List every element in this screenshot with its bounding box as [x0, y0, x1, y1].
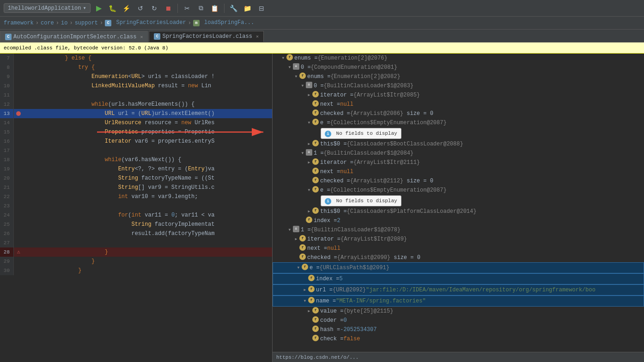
breakpoint-13 [16, 111, 21, 116]
line-num-22: 22 [0, 192, 14, 201]
tree-item-1-2078[interactable]: ≡ 1 = {BuiltinClassLoader$1@2078} [273, 225, 644, 235]
tab-autconfig-label: AutoConfigurationImportSelector.class [13, 34, 136, 40]
stop-button[interactable]: ⏹ [163, 3, 174, 14]
tree-expand-0-2083[interactable] [299, 82, 306, 90]
tree-item-1-2084[interactable]: ≡ 1 = {BuiltinClassLoader$1@2084} [273, 149, 644, 158]
breadcrumb-sep-3: › [69, 20, 73, 26]
breadcrumb-support[interactable]: support [75, 20, 98, 26]
tree-item-name-1[interactable]: f name = "META-INF/spring.factories" [273, 296, 644, 307]
breadcrumb-method[interactable]: m loadSpringFa... [193, 19, 254, 26]
line-num-9: 9 [0, 72, 14, 81]
tree-item-e-2091[interactable]: f e = {URLClassPath$1@2091} [273, 262, 644, 273]
breadcrumb-m-icon: m [193, 20, 200, 26]
breadcrumb-methodname: loadSpringFa... [204, 19, 254, 26]
breadcrumb-core[interactable]: core [41, 20, 54, 26]
tree-item-this0-2014[interactable]: f this$0 = {ClassLoaders$PlatformClassLo… [273, 207, 644, 216]
tree-expand-this0-2088[interactable] [306, 140, 312, 148]
line-num-27: 27 [0, 238, 14, 247]
tree-expand-name-1[interactable] [302, 297, 308, 305]
var-value: 2 [337, 217, 340, 225]
line-num-19: 19 [0, 164, 14, 174]
tree-item-0-2081[interactable]: ≡ 0 = {CompoundEnumeration@2081} [273, 63, 644, 72]
tab-springfactories[interactable]: C SpringFactoriesLoader.class ✕ [149, 31, 263, 42]
tree-item-tooltip-2: i No fields to display [273, 195, 644, 207]
tree-expand-url-2092[interactable] [302, 286, 308, 294]
line-content-14: UrlResource resource = new UrlRes [23, 118, 215, 127]
tree-expand-value-2115[interactable] [306, 307, 312, 315]
tree-item-hash-1: f hash = -2052534307 [273, 325, 644, 334]
breadcrumb-io[interactable]: io [61, 20, 67, 26]
tree-item-value-2115[interactable]: f value = {byte[25]@2115} [273, 307, 644, 316]
tree-item-this0-2088[interactable]: f this$0 = {ClassLoaders$BootClassLoader… [273, 139, 644, 149]
tree-expand-iterator-2085[interactable] [306, 91, 312, 99]
line-content-20: String factoryTypeName = ((St [23, 174, 215, 183]
code-line-19: 19 Entry<?, ?> entry = (Entry)va [0, 164, 272, 174]
settings-button[interactable]: 🔧 [228, 3, 239, 14]
copy-button[interactable]: ⧉ [195, 3, 207, 14]
paste-button[interactable]: 📋 [209, 3, 220, 14]
var-name: this$0 = [320, 140, 347, 148]
tree-item-iterator-2085[interactable]: f iterator = {ArrayList$Itr@2085} [273, 90, 644, 100]
f-icon: f [312, 207, 319, 214]
code-line-22: 22 int var10 = var9.length; [0, 192, 272, 201]
tree-item-iterator-2111[interactable]: f iterator = {ArrayList$Itr@2111} [273, 158, 644, 167]
tree-item-e-2087-1[interactable]: f e = {Collections$EmptyEnumeration@2087… [273, 118, 644, 127]
tree-expand-this0-2014[interactable] [306, 207, 312, 216]
tab-springfactories-close[interactable]: ✕ [256, 34, 259, 39]
var-type: {CompoundEnumeration@2081} [311, 63, 397, 72]
tab-autconfig[interactable]: C AutoConfigurationImportSelector.class … [0, 31, 148, 42]
tree-item-enums-2076[interactable]: f enums = {Enumeration[2]@2076} [273, 54, 644, 63]
coverage-button[interactable]: ⚡ [121, 3, 132, 14]
tree-expand-enums-2076[interactable] [280, 54, 286, 62]
tree-item-0-2083[interactable]: ≡ 0 = {BuiltinClassLoader$1@2083} [273, 81, 644, 90]
cut-button[interactable]: ✂ [182, 3, 193, 14]
line-num-12: 12 [0, 100, 14, 109]
tree-expand-iterator-2089[interactable] [293, 235, 299, 243]
debug-button[interactable]: 🐛 [107, 3, 118, 14]
line-content-30: } [23, 266, 81, 275]
tree-expand-e-2087-1[interactable] [306, 119, 312, 127]
tree-item-next-1: f next = null [273, 100, 644, 109]
run-button[interactable]: ▶ [93, 3, 104, 14]
tree-item-next-3: f next = null [273, 244, 644, 253]
breadcrumb-framework[interactable]: framework [4, 20, 34, 26]
code-line-25: 25 String factoryImplementat [0, 220, 272, 229]
tab-bar: C AutoConfigurationImportSelector.class … [0, 30, 644, 42]
tree-item-e-2087-2[interactable]: f e = {Collections$EmptyEnumeration@2087… [273, 186, 644, 195]
var-name: name = [316, 297, 336, 305]
f-icon: f [312, 158, 319, 165]
var-type: {BuiltinClassLoader$1@2078} [311, 226, 401, 234]
debug-panel[interactable]: f enums = {Enumeration[2]@2076} ≡ 0 = {C… [273, 54, 644, 362]
f-icon: f [312, 140, 319, 146]
folder-button[interactable]: 📁 [242, 3, 253, 14]
line-content-8: try { [23, 63, 95, 72]
rerun-button[interactable]: ↺ [135, 3, 146, 14]
code-line-27: 27 [0, 238, 272, 247]
var-name: iterator = [320, 158, 353, 167]
f-icon: f [308, 275, 315, 281]
tree-expand-enums-2082[interactable] [293, 72, 299, 81]
tree-item-enums-2082[interactable]: f enums = {Enumeration[2]@2082} [273, 72, 644, 81]
tree-expand-e-2091[interactable] [295, 264, 302, 272]
tree-expand-iterator-2111[interactable] [306, 158, 312, 167]
f-icon: f [312, 168, 319, 174]
code-content: 7 } else { 8 try { 9 [0, 54, 272, 275]
tree-item-url-2092[interactable]: f url = {URL@2092} "jar:file:/D:/IDEA/ma… [273, 284, 644, 296]
code-line-23: 23 [0, 201, 272, 211]
code-line-30: 30 } [0, 266, 272, 275]
var-type: {ArrayList@2090} [337, 253, 390, 262]
breadcrumb-class[interactable]: C SpringFactoriesLoader [105, 19, 186, 26]
app-name-dropdown[interactable]: 1helloworldApplication ▾ [4, 3, 91, 13]
tree-expand-1-2084[interactable] [299, 149, 306, 157]
tree-expand-1-2078[interactable] [286, 226, 293, 234]
f-icon: f [312, 307, 319, 314]
tree-expand-e-2087-2[interactable] [306, 186, 312, 194]
no-fields-text-1: No fields to display [336, 131, 397, 136]
line-content-25: String factoryImplementat [23, 220, 214, 229]
minus-button[interactable]: ⊟ [256, 3, 267, 14]
reload-button[interactable]: ↻ [149, 3, 160, 14]
line-content-15: Properties properties = Propertie [23, 127, 214, 137]
tab-autconfig-close[interactable]: ✕ [140, 34, 143, 40]
tree-expand-0-2081[interactable] [286, 63, 293, 72]
tree-item-iterator-2089[interactable]: f iterator = {ArrayList$Itr@2089} [273, 235, 644, 244]
